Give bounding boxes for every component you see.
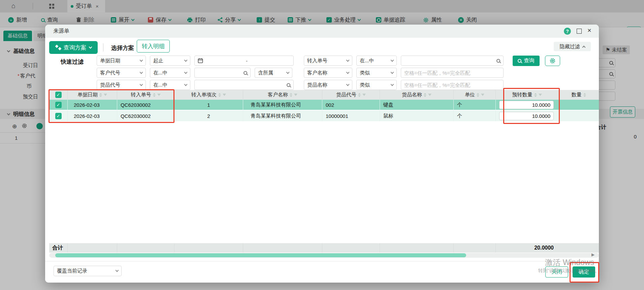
filter-match-input[interactable] xyxy=(401,68,504,78)
table-total-row: 20.0000 xyxy=(49,243,599,253)
calendar-icon xyxy=(198,58,203,63)
filter-op-select[interactable]: 类似 xyxy=(356,68,397,78)
sort-icon[interactable] xyxy=(358,93,361,97)
filter-op-select[interactable]: 在...中 xyxy=(356,56,397,66)
scrollbar-thumb[interactable] xyxy=(55,253,466,257)
sort-icon[interactable] xyxy=(583,93,586,97)
filter-funnel-icon[interactable] xyxy=(362,94,366,98)
filter-field-select[interactable]: 客户代号 xyxy=(97,68,146,78)
select-all-checkbox[interactable] xyxy=(55,92,62,98)
source-order-dialog: 来源单 ? × 查询方案 选择方案 转入明细 隐藏过滤 快速过滤 单据日期 起止 xyxy=(45,25,599,283)
filter-funnel-icon[interactable] xyxy=(428,94,431,98)
filter-field-select[interactable]: 单据日期 xyxy=(97,56,146,66)
select-plan-label: 选择方案 xyxy=(111,44,134,52)
filter-op-select[interactable]: 在...中 xyxy=(150,68,190,78)
sort-icon[interactable] xyxy=(534,93,537,97)
qty-pre-input[interactable]: 10.0000 xyxy=(499,101,554,109)
dialog-close-button[interactable]: 关闭 xyxy=(545,266,568,278)
col-header-qty[interactable]: 数量 xyxy=(558,90,599,100)
filter-search-input[interactable] xyxy=(194,68,251,78)
chevron-up-icon xyxy=(582,45,585,49)
hide-filter-button[interactable]: 隐藏过滤 xyxy=(554,42,591,51)
filter-funnel-icon[interactable] xyxy=(157,94,161,98)
filter-funnel-icon[interactable] xyxy=(223,94,226,98)
filter-field-select[interactable]: 货品代号 xyxy=(97,80,146,90)
query-plan-button[interactable]: 查询方案 xyxy=(49,41,98,54)
sort-icon[interactable] xyxy=(477,93,479,97)
filter-field-select[interactable]: 客户名称 xyxy=(304,68,352,78)
chevron-down-icon xyxy=(116,269,119,272)
horizontal-scrollbar[interactable] xyxy=(49,253,599,258)
sort-icon[interactable] xyxy=(99,93,102,97)
total-qty-value: 20.0000 xyxy=(496,243,558,253)
col-header-date[interactable]: 单据日期 xyxy=(68,90,117,100)
filter-op-select[interactable]: 起止 xyxy=(150,56,190,66)
filter-funnel-icon[interactable] xyxy=(539,94,542,98)
col-header-customer[interactable]: 客户名称 xyxy=(243,90,322,100)
col-header-item-no[interactable]: 转入单项次 xyxy=(174,90,243,100)
col-header-unit[interactable]: 单位 xyxy=(454,90,496,100)
filter-search-input[interactable] xyxy=(401,56,504,66)
quick-filter-label: 快速过滤 xyxy=(61,58,84,66)
modal-query-button[interactable]: 查询 xyxy=(513,56,540,66)
maximize-icon[interactable] xyxy=(577,29,582,34)
search-icon xyxy=(244,71,247,75)
col-header-order-no[interactable]: 转入单号 xyxy=(117,90,174,100)
filter-field-select[interactable]: 转入单号 xyxy=(304,56,352,66)
filter-search-input[interactable] xyxy=(194,80,294,90)
scroll-right-icon[interactable]: ▶ xyxy=(591,252,594,257)
filter-scope-select[interactable]: 含所属 xyxy=(255,68,292,78)
col-header-item-name[interactable]: 货品名称 xyxy=(380,90,454,100)
plan-icon xyxy=(56,45,61,50)
filter-op-select[interactable]: 类似 xyxy=(356,80,397,90)
search-icon xyxy=(287,83,290,87)
divider xyxy=(103,43,103,52)
gear-icon xyxy=(549,58,556,64)
date-range-input[interactable]: - xyxy=(194,56,294,66)
dialog-ok-button[interactable]: 确定 xyxy=(573,266,595,278)
dialog-title: 来源单 xyxy=(53,28,69,35)
filter-funnel-icon[interactable] xyxy=(294,94,297,98)
search-icon xyxy=(496,59,500,63)
total-label: 合计 xyxy=(52,245,63,252)
filter-funnel-icon[interactable] xyxy=(481,94,484,98)
source-order-table: 单据日期 转入单号 转入单项次 客户名称 货品代号 货品名称 单位 预转数量 数… xyxy=(49,90,599,121)
sort-icon[interactable] xyxy=(218,93,221,97)
sort-icon[interactable] xyxy=(424,93,426,97)
help-icon[interactable]: ? xyxy=(564,28,571,35)
filter-funnel-icon[interactable] xyxy=(104,94,107,98)
record-mode-select[interactable]: 覆盖当前记录 xyxy=(54,266,122,276)
filter-field-select[interactable]: 货品名称 xyxy=(304,80,352,90)
sort-icon[interactable] xyxy=(153,93,156,97)
close-icon[interactable]: × xyxy=(587,27,591,34)
row-checkbox[interactable] xyxy=(55,113,62,119)
search-icon xyxy=(518,59,521,63)
filter-settings-button[interactable] xyxy=(545,56,560,66)
transfer-detail-button[interactable]: 转入明细 xyxy=(137,40,170,53)
dialog-footer: 覆盖当前记录 关闭 确定 xyxy=(45,261,599,283)
sort-icon[interactable] xyxy=(290,93,292,97)
col-header-qty-pre[interactable]: 预转数量 xyxy=(496,90,558,100)
filter-op-select[interactable]: 在...中 xyxy=(150,80,190,90)
col-header-item-code[interactable]: 货品代号 xyxy=(322,90,380,100)
table-header-row: 单据日期 转入单号 转入单项次 客户名称 货品代号 货品名称 单位 预转数量 数… xyxy=(49,90,599,100)
table-row[interactable]: 2026-02-03 QC62030002 1 青岛某某科技有限公司 002 键… xyxy=(49,100,599,110)
qty-pre-input[interactable]: 10.0000 xyxy=(499,112,554,120)
screen: ⌂ 受订单 × ＋ 新增 查询 删除 展开 xyxy=(0,0,644,290)
row-checkbox[interactable] xyxy=(55,102,62,108)
table-row[interactable]: 2026-02-03 QC62030002 2 青岛某某科技有限公司 10000… xyxy=(49,110,599,121)
dialog-header: 来源单 ? × xyxy=(45,25,599,38)
chevron-down-icon xyxy=(89,45,92,49)
date-separator: - xyxy=(203,58,290,64)
filter-match-input[interactable] xyxy=(401,80,504,90)
